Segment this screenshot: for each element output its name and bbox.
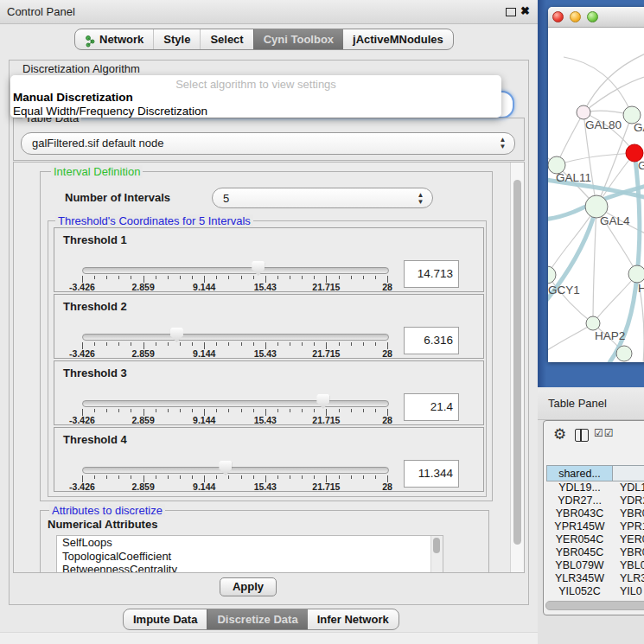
zoom-traffic-light-icon[interactable] [587, 11, 598, 22]
float-window-icon[interactable] [506, 8, 516, 16]
table-row[interactable]: YLR345WYLR3 [546, 572, 644, 585]
table-row[interactable]: YDR27...YDR2 [546, 494, 644, 507]
close-traffic-light-icon[interactable] [552, 11, 564, 22]
control-panel-title: Control Panel [7, 5, 75, 18]
list-item[interactable]: TopologicalCoefficient [57, 550, 443, 564]
tick-label: 28 [382, 348, 392, 359]
network-window: GAL80GAGGAL11GAL4GCY1HHAP2 [548, 7, 644, 362]
network-edge[interactable] [548, 323, 593, 355]
table-row[interactable]: YPR145WYPR1 [546, 520, 644, 533]
tab-impute-data[interactable]: Impute Data [124, 609, 207, 629]
tab-infer-network[interactable]: Infer Network [308, 609, 399, 629]
tick [314, 475, 315, 479]
tab-style[interactable]: Style [153, 29, 200, 49]
threshold-slider-track[interactable] [82, 334, 389, 341]
tick [228, 276, 229, 279]
threshold-label: Threshold 3 [63, 367, 127, 379]
threshold-slider-track[interactable] [82, 400, 389, 407]
algorithm-option-manual[interactable]: Manual Discretization [13, 91, 133, 104]
threshold-value-input[interactable]: 11.344 [404, 460, 459, 488]
tick [277, 276, 278, 279]
tab-jactivemnodules[interactable]: jActiveMNodules [343, 29, 453, 49]
network-edge[interactable] [557, 153, 634, 165]
threshold-value-input[interactable]: 14.713 [404, 260, 459, 288]
network-node[interactable] [586, 316, 600, 330]
tick [363, 475, 364, 479]
minimize-traffic-light-icon[interactable] [570, 11, 581, 22]
tick [180, 342, 181, 346]
tick [131, 342, 131, 346]
column-header-shared[interactable]: shared... [546, 465, 613, 481]
table-row[interactable]: YBR045CYBR0 [546, 546, 644, 559]
tab-label: Discretize Data [217, 609, 297, 629]
tick [339, 342, 340, 346]
tab-discretize-data[interactable]: Discretize Data [207, 609, 307, 629]
tab-network[interactable]: Network [75, 29, 153, 49]
threshold-value-input[interactable]: 6.316 [404, 327, 459, 354]
tab-label: Style [163, 29, 190, 49]
columns-icon[interactable] [575, 429, 589, 442]
tab-select[interactable]: Select [200, 29, 252, 49]
tick-label: 21.715 [312, 481, 340, 492]
network-edge[interactable] [548, 275, 593, 323]
number-of-intervals-value: 5 [223, 192, 229, 205]
cell-shared-name: YDL19... [546, 481, 613, 494]
table-row[interactable]: YIL052CYIL0 [546, 585, 644, 598]
table-hscrollbar[interactable] [545, 601, 644, 610]
attributes-group: Attributes to discretize Numerical Attri… [40, 510, 489, 573]
threshold-value-input[interactable]: 21.4 [404, 393, 459, 421]
slider-tick-labels: -3.4262.8599.14415.4321.71528 [82, 348, 387, 358]
column-header-name[interactable]: na [612, 465, 644, 481]
gear-icon[interactable]: ⚙ [553, 425, 566, 443]
network-node-label: GA [634, 121, 644, 134]
table-row[interactable]: YER054CYER0 [546, 533, 644, 546]
list-item[interactable]: BetweennessCentrality [57, 563, 443, 573]
list-scrollbar[interactable] [430, 536, 443, 573]
panel-scrollbar[interactable] [510, 163, 524, 572]
network-node-label: GAL4 [600, 214, 630, 227]
threshold-label: Threshold 4 [63, 433, 127, 446]
algorithm-placeholder-option[interactable]: Select algorithm to view settings [10, 78, 501, 91]
number-of-intervals-combobox[interactable]: 5 ▲▼ [212, 188, 433, 208]
table-row[interactable]: YDL19...YDL1 [546, 481, 644, 494]
network-icon [85, 34, 95, 46]
tab-cyni-toolbox[interactable]: Cyni Toolbox [253, 29, 343, 49]
checkbox-icons[interactable]: ☑☑ [594, 427, 615, 439]
network-edge[interactable] [564, 57, 632, 115]
numerical-attributes-list[interactable]: SelfLoopsTopologicalCoefficientBetweenne… [56, 535, 443, 573]
network-node[interactable] [577, 105, 590, 119]
threshold-slider-track[interactable] [82, 467, 389, 474]
tick-label: 2.859 [131, 282, 154, 292]
table-row[interactable]: YBR043CYBR0 [546, 507, 644, 520]
network-window-titlebar [548, 7, 644, 28]
algorithm-option-equal-width[interactable]: Equal Width/Frequency Discretization [13, 105, 207, 118]
tick [228, 475, 229, 479]
network-canvas[interactable]: GAL80GAGGAL11GAL4GCY1HHAP2 [548, 27, 644, 362]
network-edge-thick[interactable] [548, 207, 596, 314]
tab-label: jActiveMNodules [353, 29, 443, 49]
table-row[interactable]: YBL079WYBL0 [546, 559, 644, 572]
tick [339, 276, 340, 279]
network-edge[interactable] [593, 207, 596, 323]
network-node[interactable] [628, 265, 644, 283]
tick-label: 28 [382, 282, 392, 292]
tick [94, 409, 95, 412]
close-icon[interactable]: ✖ [520, 4, 530, 17]
threshold-slider-track[interactable] [82, 267, 389, 274]
tick [131, 475, 131, 479]
network-node[interactable] [548, 266, 556, 284]
apply-button[interactable]: Apply [220, 577, 277, 596]
tick [277, 475, 278, 479]
list-item[interactable]: SelfLoops [57, 536, 443, 550]
network-edge[interactable] [583, 53, 644, 112]
table-data-combobox[interactable]: galFiltered.sif default node ▲▼ [21, 132, 515, 155]
tick [241, 475, 242, 479]
tick [94, 342, 95, 346]
tick [375, 409, 376, 412]
threshold-box: Threshold 4-3.4262.8599.14415.4321.71528… [54, 427, 484, 492]
tick-label: 21.715 [312, 282, 340, 292]
tick [253, 409, 254, 412]
tick [351, 342, 352, 346]
settings-scroll-panel: Interval Definition Number of Intervals … [13, 162, 525, 573]
network-node[interactable] [616, 346, 632, 361]
